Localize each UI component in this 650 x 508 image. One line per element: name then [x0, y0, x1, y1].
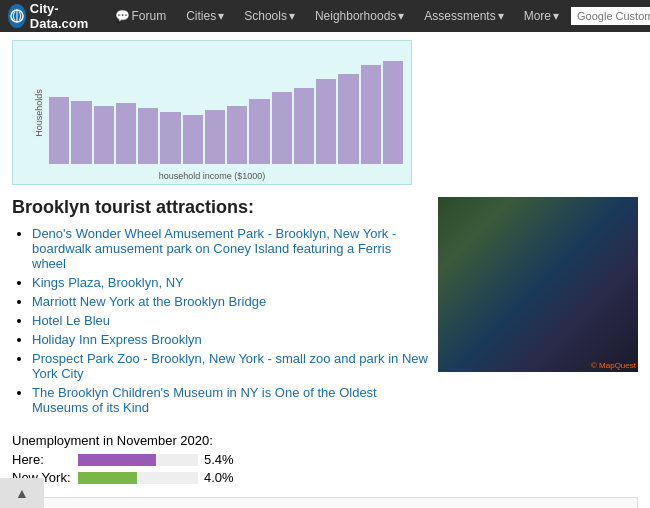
- list-item: Marriott New York at the Brooklyn Bridge: [32, 294, 428, 309]
- logo-icon: [8, 4, 26, 28]
- site-logo[interactable]: City-Data.com: [8, 1, 95, 31]
- nav-neighborhoods[interactable]: Neighborhoods ▾: [307, 9, 412, 23]
- unemployment-ny-bar: [78, 472, 137, 484]
- unemployment-here-value: 5.4%: [204, 452, 234, 467]
- unemployment-here-bar-bg: [78, 454, 198, 466]
- attraction-link[interactable]: Hotel Le Bleu: [32, 313, 110, 328]
- assessments-arrow-icon: ▾: [498, 9, 504, 23]
- list-item: Holiday Inn Express Brooklyn: [32, 332, 428, 347]
- chart-bar: [361, 65, 381, 164]
- nav-forum[interactable]: 💬 Forum: [107, 9, 175, 23]
- unemployment-ny-value: 4.0%: [204, 470, 234, 485]
- scroll-to-top-button[interactable]: ▲: [0, 478, 44, 508]
- chart-bar: [338, 74, 358, 164]
- search-input[interactable]: [571, 7, 650, 25]
- attractions-left: Brooklyn tourist attractions: Deno's Won…: [12, 197, 428, 419]
- chart-bar: [116, 103, 136, 164]
- unemployment-title: Unemployment in November 2020:: [12, 433, 638, 448]
- logo-text: City-Data.com: [30, 1, 95, 31]
- chart-bar: [71, 101, 91, 164]
- attraction-link[interactable]: Deno's Wonder Wheel Amusement Park - Bro…: [32, 226, 396, 271]
- unemployment-section: Unemployment in November 2020: Here: 5.4…: [12, 433, 638, 485]
- chart-bar: [94, 106, 114, 165]
- map-thumbnail[interactable]: © MapQuest: [438, 197, 638, 372]
- chart-bar: [316, 79, 336, 165]
- nav-more[interactable]: More ▾: [516, 9, 567, 23]
- attractions-title: Brooklyn tourist attractions:: [12, 197, 428, 218]
- attraction-link[interactable]: The Brooklyn Children's Museum in NY is …: [32, 385, 377, 415]
- neighborhoods-arrow-icon: ▾: [398, 9, 404, 23]
- list-item: Hotel Le Bleu: [32, 313, 428, 328]
- chart-bar: [183, 115, 203, 165]
- chart-bar: [49, 97, 69, 165]
- attraction-link[interactable]: Holiday Inn Express Brooklyn: [32, 332, 202, 347]
- forum-icon: 💬: [115, 9, 130, 23]
- navigation: City-Data.com 💬 Forum Cities ▾ Schools ▾…: [0, 0, 650, 32]
- unemployment-here-bar: [78, 454, 156, 466]
- income-chart: Households household income ($1000): [12, 40, 412, 185]
- attraction-link[interactable]: Prospect Park Zoo - Brooklyn, New York -…: [32, 351, 428, 381]
- nav-assessments[interactable]: Assessments ▾: [416, 9, 511, 23]
- attraction-link[interactable]: Marriott New York at the Brooklyn Bridge: [32, 294, 266, 309]
- chart-section: Households household income ($1000): [12, 40, 638, 185]
- chart-x-label: household income ($1000): [159, 171, 266, 181]
- chart-bar: [138, 108, 158, 164]
- list-item: Kings Plaza, Brooklyn, NY: [32, 275, 428, 290]
- attractions-list: Deno's Wonder Wheel Amusement Park - Bro…: [12, 226, 428, 415]
- chart-bar: [272, 92, 292, 164]
- chart-bar: [383, 61, 403, 165]
- cities-arrow-icon: ▾: [218, 9, 224, 23]
- attraction-link[interactable]: Kings Plaza, Brooklyn, NY: [32, 275, 184, 290]
- nav-cities[interactable]: Cities ▾: [178, 9, 232, 23]
- unemployment-here-label: Here:: [12, 452, 72, 467]
- list-item: Deno's Wonder Wheel Amusement Park - Bro…: [32, 226, 428, 271]
- unemployment-ny-bar-bg: [78, 472, 198, 484]
- chart-bar: [227, 106, 247, 165]
- main-content: Households household income ($1000) Broo…: [0, 32, 650, 508]
- chart-y-label: Households: [34, 89, 44, 137]
- nav-schools[interactable]: Schools ▾: [236, 9, 303, 23]
- map-credit: © MapQuest: [591, 361, 636, 370]
- schools-arrow-icon: ▾: [289, 9, 295, 23]
- more-arrow-icon: ▾: [553, 9, 559, 23]
- chart-bar: [249, 99, 269, 164]
- unemployment-ny-row: New York: 4.0%: [12, 470, 638, 485]
- chart-bar: [205, 110, 225, 164]
- unemployment-here-row: Here: 5.4%: [12, 452, 638, 467]
- map-image: [438, 197, 638, 372]
- industries-card: Most common industries in Brooklyn, NY (…: [12, 497, 638, 508]
- chart-bars: [49, 49, 403, 164]
- attractions-section: Brooklyn tourist attractions: Deno's Won…: [12, 197, 638, 419]
- chart-bar: [294, 88, 314, 164]
- list-item: The Brooklyn Children's Museum in NY is …: [32, 385, 428, 415]
- up-arrow-icon: ▲: [15, 485, 29, 501]
- chart-bar: [160, 112, 180, 164]
- list-item: Prospect Park Zoo - Brooklyn, New York -…: [32, 351, 428, 381]
